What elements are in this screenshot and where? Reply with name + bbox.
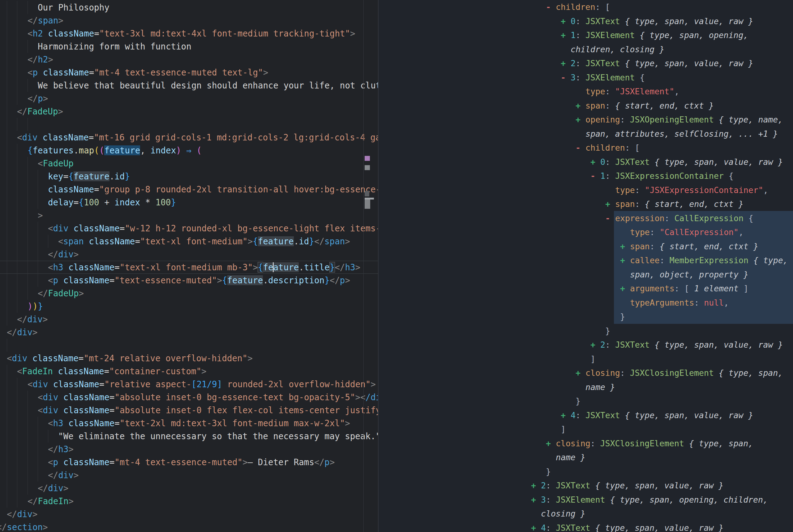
ast-line[interactable]: span, attributes, selfClosing, ... +1 } [379,127,793,141]
code-line[interactable]: className="group p-8 rounded-2xl transit… [0,183,378,196]
code-line[interactable] [0,339,378,352]
ast-line[interactable]: } [379,324,793,338]
code-line[interactable]: <div className="absolute inset-0 flex fl… [0,404,378,417]
ast-line[interactable]: +span: { start, end, ctxt } [379,99,793,113]
ast-line[interactable]: } [379,464,793,479]
code-line[interactable]: <div className="w-12 h-12 rounded-xl bg-… [0,222,378,235]
code-line[interactable]: <span className="text-xl font-medium">{f… [0,235,378,248]
code-line[interactable]: </FadeIn> [0,495,378,508]
code-line[interactable]: </FadeUp> [0,287,378,300]
expand-icon[interactable]: + [561,408,570,422]
expand-icon[interactable]: + [531,521,541,532]
code-line[interactable]: <div className="absolute inset-0 bg-esse… [0,391,378,404]
ast-line[interactable]: } [379,310,793,324]
code-line[interactable]: </p> [0,92,378,105]
code-line[interactable]: ))} [0,300,378,313]
code-line[interactable] [0,118,378,131]
code-line[interactable]: </h3> [0,443,378,456]
code-line[interactable]: <p className="text-essence-muted">{featu… [0,274,378,287]
expand-icon[interactable]: + [591,155,600,169]
ast-line[interactable]: ] [379,352,793,366]
ast-line[interactable]: +2: JSXText { type, span, value, raw } [379,338,793,352]
ast-line[interactable]: +1: JSXElement { type, span, opening, [379,28,793,42]
expand-icon[interactable]: + [531,478,541,493]
ast-line[interactable]: +span: { start, end, ctxt } [379,240,793,254]
ast-line[interactable]: +opening: JSXOpeningElement { type, name… [379,113,793,127]
expand-icon[interactable]: + [576,99,585,113]
ast-line[interactable]: +2: JSXText { type, span, value, raw } [379,478,793,493]
expand-icon[interactable]: + [531,493,541,507]
expand-icon[interactable]: + [546,436,556,451]
code-line[interactable]: <p className="mt-4 text-essence-muted te… [0,66,378,79]
code-editor-pane[interactable]: Our Philosophy</span><h2 className="text… [0,0,378,532]
code-line[interactable]: </div> [0,326,378,339]
ast-line[interactable]: -3: JSXElement { [379,71,793,85]
code-line[interactable]: delay={100 + index * 100} [0,196,378,209]
ast-line[interactable]: +0: JSXText { type, span, value, raw } [379,155,793,169]
code-line[interactable]: <div className="mt-16 grid grid-cols-1 m… [0,131,378,144]
code-line[interactable]: <FadeIn className="container-custom"> [0,365,378,378]
code-line[interactable]: {features.map((feature, index) ⇒ ( [0,144,378,157]
code-line[interactable]: <h3 className="text-xl font-medium mb-3"… [0,261,378,274]
ast-line[interactable]: +callee: MemberExpression { type, [379,253,793,268]
collapse-icon[interactable]: - [561,71,570,85]
code-line[interactable]: Harmonizing form with function [0,40,378,53]
code-line[interactable]: <FadeUp [0,157,378,170]
ast-line[interactable]: name } [379,380,793,394]
code-line[interactable]: We believe that beautiful design should … [0,79,378,92]
ast-line[interactable]: -1: JSXExpressionContainer { [379,169,793,183]
ast-line[interactable]: ] [379,422,793,436]
ast-line[interactable]: span, object, property } [379,268,793,282]
code-line[interactable]: <h2 className="text-3xl md:text-4xl font… [0,27,378,40]
expand-icon[interactable]: + [576,113,585,127]
code-line[interactable]: key={feature.id} [0,170,378,183]
code-line[interactable]: <div className="relative aspect-[21/9] r… [0,378,378,391]
code-line[interactable]: <div className="mt-24 relative overflow-… [0,352,378,365]
code-line[interactable]: </section> [0,520,378,532]
code-line[interactable]: "We eliminate the unnecessary so that th… [0,430,378,443]
ast-line[interactable]: closing } [379,507,793,521]
expand-icon[interactable]: + [620,253,630,268]
expand-icon[interactable]: + [605,197,615,211]
code-line[interactable]: </span> [0,14,378,27]
collapse-icon[interactable]: - [546,0,556,14]
code-line[interactable]: </div> [0,248,378,261]
expand-icon[interactable]: + [620,240,630,254]
ast-line[interactable]: +4: JSXText { type, span, value, raw } [379,521,793,532]
ast-line[interactable]: type: "CallExpression", [379,225,793,240]
ast-line[interactable]: name } [379,450,793,464]
code-line[interactable]: </FadeUp> [0,105,378,118]
ast-line[interactable]: type: "JSXExpressionContainer", [379,183,793,197]
code-line[interactable]: </div> [0,313,378,326]
expand-icon[interactable]: + [561,14,570,28]
code-line[interactable]: <p className="mt-4 text-essence-muted">—… [0,456,378,469]
ast-line[interactable]: +arguments: [ 1 element ] [379,282,793,296]
ast-inspector-pane[interactable]: -children: [+0: JSXText { type, span, va… [379,0,793,532]
expand-icon[interactable]: + [620,282,630,296]
ast-line[interactable]: +3: JSXElement { type, span, opening, ch… [379,493,793,507]
code-line[interactable]: <h3 className="text-2xl md:text-3xl font… [0,417,378,430]
ast-line[interactable]: +2: JSXText { type, span, value, raw } [379,56,793,71]
expand-icon[interactable]: + [561,56,570,71]
collapse-icon[interactable]: - [591,169,600,183]
ast-line[interactable]: type: "JSXElement", [379,84,793,99]
expand-icon[interactable]: + [561,28,570,42]
ast-line[interactable]: typeArguments: null, [379,296,793,310]
ast-line[interactable]: +closing: JSXClosingElement { type, span… [379,436,793,451]
ast-line[interactable]: children, closing } [379,42,793,57]
ast-line[interactable]: +span: { start, end, ctxt } [379,197,793,211]
code-line[interactable]: </div> [0,508,378,520]
code-line[interactable]: > [0,209,378,222]
expand-icon[interactable]: + [576,366,585,380]
ast-line[interactable]: +closing: JSXClosingElement { type, span… [379,366,793,380]
expand-icon[interactable]: + [591,338,600,352]
code-line[interactable]: </h2> [0,53,378,66]
ast-line[interactable]: -children: [ [379,141,793,155]
code-line[interactable]: </div> [0,469,378,481]
ast-line[interactable]: +4: JSXText { type, span, value, raw } [379,408,793,422]
code-line[interactable]: Our Philosophy [0,1,378,14]
ast-line[interactable]: } [379,394,793,408]
ast-line[interactable]: -expression: CallExpression { [379,211,793,226]
ast-line[interactable]: +0: JSXText { type, span, value, raw } [379,14,793,28]
collapse-icon[interactable]: - [576,141,585,155]
